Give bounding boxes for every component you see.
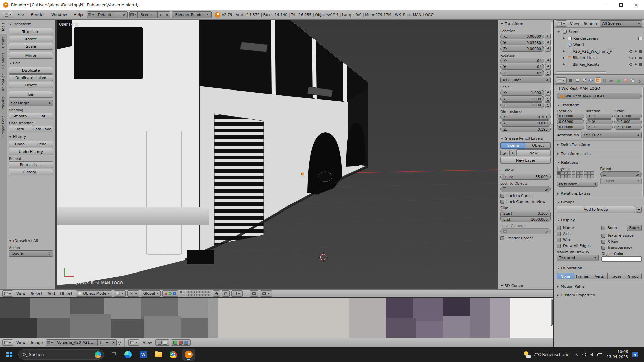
selectable-icon[interactable] (635, 57, 637, 59)
lock-location-z-button[interactable] (545, 46, 551, 52)
repeat-last-button[interactable]: Repeat Last (9, 161, 53, 168)
rotation-mode-select[interactable]: XYZ Euler (500, 77, 551, 83)
prop-location-z-field[interactable]: 0.00000 (557, 125, 584, 130)
pin-icon[interactable] (118, 341, 121, 343)
lock-scale-y-button[interactable] (545, 96, 551, 102)
layer-buttons-right[interactable] (196, 291, 211, 296)
outliner-scope-select[interactable]: All Scenes (600, 20, 642, 27)
max-draw-type-select[interactable]: Textured (557, 255, 599, 261)
render-engine-select[interactable]: Blender Render (172, 11, 212, 18)
browse-images-button[interactable] (46, 339, 54, 346)
menu-render[interactable]: Render (28, 12, 47, 17)
display-texture-space-checkbox[interactable]: Texture Space (601, 233, 642, 238)
undo-history-button[interactable]: Undo History (9, 148, 53, 155)
battery-icon[interactable] (597, 353, 602, 356)
duplication-frames-button[interactable]: Frames (574, 273, 591, 279)
prop-location-y-field[interactable]: 0.03980 (557, 119, 584, 124)
translate-button[interactable]: Translate (9, 28, 53, 35)
rotation-y-field[interactable]: Y:0° (500, 64, 544, 70)
outliner-menu-search[interactable]: Search (582, 21, 599, 26)
tray-chevron-icon[interactable]: ∧ (575, 352, 578, 357)
snap-element-select[interactable] (231, 290, 243, 297)
3d-viewport[interactable]: User Persp (1) WK_Rest_MAN_LOGO (55, 20, 498, 289)
duplication-none-button[interactable]: None (557, 273, 574, 279)
redo-button[interactable]: Redo (31, 141, 53, 147)
panel-header-deselect-all[interactable]: (De)select All (9, 237, 53, 244)
image-paint-buttons[interactable] (171, 339, 191, 346)
fake-user-button[interactable]: F (98, 339, 104, 346)
history-button[interactable]: History... (9, 169, 53, 175)
duplicate-linked-button[interactable]: Duplicate Linked (9, 74, 53, 81)
blender-taskbar-button[interactable] (182, 349, 195, 361)
tab-physics[interactable]: Physics (0, 94, 7, 112)
properties-scrollbar[interactable] (642, 86, 644, 197)
location-z-field[interactable]: Z:0.00000 (500, 46, 544, 52)
start-button[interactable] (3, 349, 15, 361)
dimensions-x-field[interactable]: X:0.381 (500, 114, 551, 120)
add-scene-button[interactable]: + (158, 11, 164, 18)
panel-header-relations[interactable]: Relations (557, 159, 642, 166)
unlink-image-button[interactable]: × (110, 339, 117, 346)
layer-buttons-left[interactable] (180, 291, 195, 296)
prop-scale-y-field[interactable]: Y: 1.000 (614, 119, 642, 124)
panel-custom-properties[interactable]: Custom Properties (554, 291, 644, 299)
viewport-menu-add[interactable]: Add (46, 291, 57, 296)
clip-start-field[interactable]: Start:0.100 (500, 210, 551, 216)
lens-field[interactable]: Lens:35.000 (500, 174, 551, 180)
panel-motion-paths[interactable]: Motion Paths (554, 282, 644, 291)
pivot-point-select[interactable] (127, 290, 139, 297)
undo-button[interactable]: Undo (9, 141, 31, 147)
add-group-plus-button[interactable]: + (636, 207, 642, 213)
scale-y-field[interactable]: Y:1.000 (500, 96, 544, 102)
delete-layout-button[interactable]: × (121, 11, 128, 18)
outliner-item-blinker-links[interactable]: Blinker_Links (555, 55, 643, 61)
lock-location-x-button[interactable] (545, 34, 551, 39)
panel-header-view[interactable]: View (500, 166, 551, 173)
lock-camera-to-view-checkbox[interactable]: Lock Camera to View (500, 200, 551, 204)
browse-layouts-button[interactable] (87, 11, 95, 18)
object-name-field[interactable]: WK_Rest_MAN_LOGO (557, 93, 642, 99)
viewport-menu-object[interactable]: Object (58, 291, 74, 296)
prop-rotation-x-field[interactable]: X: 0° (586, 114, 613, 119)
panel-header-grease-pencil[interactable]: Grease Pencil Layers (500, 135, 551, 142)
tab-particles[interactable] (636, 77, 642, 83)
set-origin-menu[interactable]: Set Origin (9, 100, 53, 106)
uv-image-editor[interactable] (0, 297, 553, 338)
eye-icon[interactable] (629, 57, 633, 59)
lock-scale-x-button[interactable] (545, 90, 551, 96)
render-still-button[interactable] (250, 290, 258, 297)
display-xray-checkbox[interactable]: X-Ray (601, 239, 642, 244)
tab-render[interactable] (568, 77, 574, 83)
display-transparency-checkbox[interactable]: Transparency (601, 245, 642, 250)
scene-name-field[interactable]: Scene (138, 11, 158, 18)
tab-relations[interactable]: Relations (0, 50, 7, 71)
duplication-verts-button[interactable]: Verts (591, 273, 608, 279)
gp-new-layer-button[interactable]: New Layer (500, 157, 551, 164)
object-layers-left[interactable] (557, 171, 575, 178)
prop-location-x-field[interactable]: 0.00000 (557, 114, 584, 119)
location-y-field[interactable]: Y:0.03980 (500, 40, 544, 45)
lock-rotation-x-button[interactable] (545, 58, 551, 63)
gp-draw-button[interactable] (500, 150, 508, 156)
prop-scale-z-field[interactable]: Z: 1.000 (614, 125, 642, 130)
eye-icon[interactable] (629, 50, 633, 53)
shade-smooth-button[interactable]: Smooth (9, 113, 31, 119)
uv2-menu-view[interactable]: View (141, 340, 153, 345)
lock-location-y-button[interactable] (545, 40, 551, 45)
rotate-button[interactable]: Rotate (9, 36, 53, 42)
delete-button[interactable]: Delete (9, 82, 53, 88)
uv-editor-type-button[interactable] (2, 339, 13, 346)
panel-header-duplication[interactable]: Duplication (557, 264, 642, 272)
panel-header-transform[interactable]: Transform (9, 20, 53, 27)
parent-field[interactable] (600, 171, 642, 177)
notification-button[interactable] (632, 352, 638, 357)
lock-rotation-z-button[interactable] (545, 70, 551, 76)
task-view-button[interactable] (107, 349, 119, 361)
tab-render-layers[interactable] (574, 77, 580, 83)
lock-to-object-field[interactable] (500, 186, 551, 192)
editor-type-button[interactable] (3, 12, 13, 18)
pass-index-field[interactable]: Pass Index:0 (557, 182, 598, 187)
dimensions-z-field[interactable]: Z:0.193 (500, 126, 551, 132)
outliner-item-renderlayers[interactable]: RenderLayers (555, 35, 643, 42)
tab-material[interactable] (623, 77, 629, 83)
